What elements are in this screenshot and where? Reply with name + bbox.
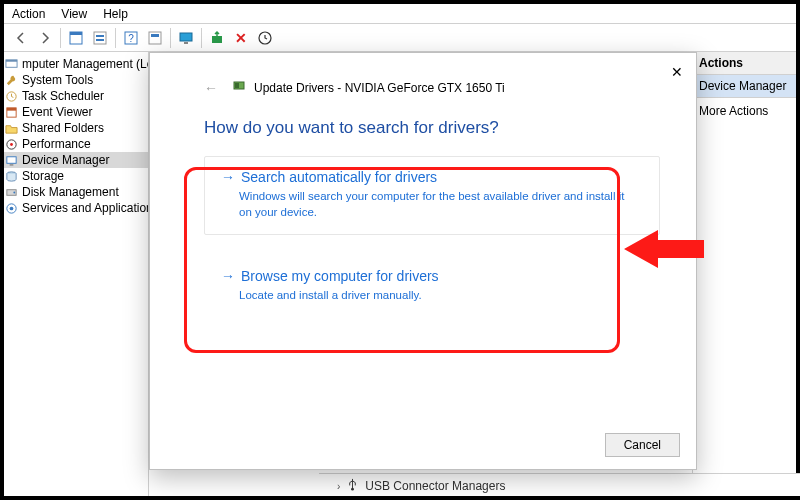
tree-storage-label: Storage xyxy=(22,169,64,183)
svg-point-26 xyxy=(9,206,13,210)
chevron-right-icon: › xyxy=(337,481,340,492)
disk-icon xyxy=(4,185,18,199)
clock-icon xyxy=(4,89,18,103)
svg-point-24 xyxy=(13,191,15,193)
folder-share-icon xyxy=(4,121,18,135)
menubar: Action View Help xyxy=(4,4,796,24)
svg-rect-14 xyxy=(5,59,16,61)
svg-text:?: ? xyxy=(128,33,134,44)
tree-task-scheduler-label: Task Scheduler xyxy=(22,89,104,103)
svg-rect-4 xyxy=(96,39,104,41)
tree-disk-mgmt[interactable]: Disk Management xyxy=(4,184,148,200)
tree-disk-mgmt-label: Disk Management xyxy=(22,185,119,199)
tree-device-manager-label: Device Manager xyxy=(22,153,109,167)
left-tree: mputer Management (Local) System Tools T… xyxy=(4,52,149,496)
device-tree-peek[interactable]: › USB Connector Managers xyxy=(319,473,800,496)
actions-header: Actions xyxy=(693,52,796,75)
tree-device-manager[interactable]: Device Manager xyxy=(4,152,148,168)
option-search-auto-title: Search automatically for drivers xyxy=(241,169,437,185)
update-icon[interactable] xyxy=(254,27,276,49)
tree-event-viewer[interactable]: Event Viewer xyxy=(4,104,148,120)
usb-icon xyxy=(346,478,359,494)
toolbar-icon-4[interactable] xyxy=(144,27,166,49)
scan-hw-icon[interactable] xyxy=(206,27,228,49)
actions-pane: Actions Device Manager More Actions xyxy=(692,52,796,496)
tree-system-tools-label: System Tools xyxy=(22,73,93,87)
tree-services-label: Services and Applications xyxy=(22,201,149,215)
back-icon[interactable]: ← xyxy=(204,80,218,96)
wrench-icon xyxy=(4,73,18,87)
arrow-right-icon: → xyxy=(221,169,235,185)
toolbar-icon-2[interactable] xyxy=(89,27,111,49)
svg-rect-1 xyxy=(70,32,82,35)
device-tree-peek-label: USB Connector Managers xyxy=(365,479,505,493)
nav-back-icon[interactable] xyxy=(10,27,32,49)
tree-system-tools[interactable]: System Tools xyxy=(4,72,148,88)
svg-rect-9 xyxy=(180,33,192,41)
svg-rect-11 xyxy=(212,36,222,43)
monitor-icon[interactable] xyxy=(175,27,197,49)
toolbar-icon-1[interactable] xyxy=(65,27,87,49)
svg-rect-3 xyxy=(96,35,104,37)
services-icon xyxy=(4,201,18,215)
option-browse[interactable]: →Browse my computer for drivers Locate a… xyxy=(204,255,660,319)
svg-rect-2 xyxy=(94,32,106,44)
actions-selected[interactable]: Device Manager xyxy=(693,75,796,98)
tree-storage[interactable]: Storage xyxy=(4,168,148,184)
gpu-icon xyxy=(232,79,246,96)
menu-view[interactable]: View xyxy=(53,5,95,23)
remove-icon[interactable]: ✕ xyxy=(230,27,252,49)
tree-task-scheduler[interactable]: Task Scheduler xyxy=(4,88,148,104)
toolbar: ? ✕ xyxy=(4,24,796,52)
help-icon[interactable]: ? xyxy=(120,27,142,49)
dialog-title: Update Drivers - NVIDIA GeForce GTX 1650… xyxy=(254,81,505,95)
nav-fwd-icon[interactable] xyxy=(34,27,56,49)
perf-icon xyxy=(4,137,18,151)
menu-action[interactable]: Action xyxy=(4,5,53,23)
update-drivers-dialog: ✕ ← Update Drivers - NVIDIA GeForce GTX … xyxy=(149,52,697,470)
tree-event-viewer-label: Event Viewer xyxy=(22,105,92,119)
option-search-auto-desc: Windows will search your computer for th… xyxy=(239,189,639,220)
device-mgr-icon xyxy=(4,153,18,167)
arrow-right-icon: → xyxy=(221,268,235,284)
dialog-heading: How do you want to search for drivers? xyxy=(204,118,660,138)
option-search-auto[interactable]: →Search automatically for drivers Window… xyxy=(204,156,660,235)
svg-rect-17 xyxy=(6,107,15,110)
tree-performance-label: Performance xyxy=(22,137,91,151)
tree-services[interactable]: Services and Applications xyxy=(4,200,148,216)
svg-rect-29 xyxy=(235,83,239,88)
svg-rect-8 xyxy=(151,34,159,37)
option-browse-title: Browse my computer for drivers xyxy=(241,268,439,284)
svg-point-19 xyxy=(10,143,13,146)
tree-root-label: mputer Management (Local) xyxy=(22,57,149,71)
option-browse-desc: Locate and install a driver manually. xyxy=(239,288,639,304)
svg-rect-7 xyxy=(149,32,161,44)
tree-shared-folders[interactable]: Shared Folders xyxy=(4,120,148,136)
svg-rect-20 xyxy=(6,156,15,163)
tree-shared-folders-label: Shared Folders xyxy=(22,121,104,135)
cancel-button[interactable]: Cancel xyxy=(605,433,680,457)
tree-performance[interactable]: Performance xyxy=(4,136,148,152)
menu-help[interactable]: Help xyxy=(95,5,136,23)
storage-icon xyxy=(4,169,18,183)
close-icon[interactable]: ✕ xyxy=(664,59,690,85)
svg-rect-21 xyxy=(9,164,13,165)
actions-more[interactable]: More Actions xyxy=(693,98,796,124)
event-icon xyxy=(4,105,18,119)
svg-point-27 xyxy=(351,488,354,491)
svg-rect-10 xyxy=(184,42,188,44)
tree-root[interactable]: mputer Management (Local) xyxy=(4,56,148,72)
computer-icon xyxy=(4,57,18,71)
